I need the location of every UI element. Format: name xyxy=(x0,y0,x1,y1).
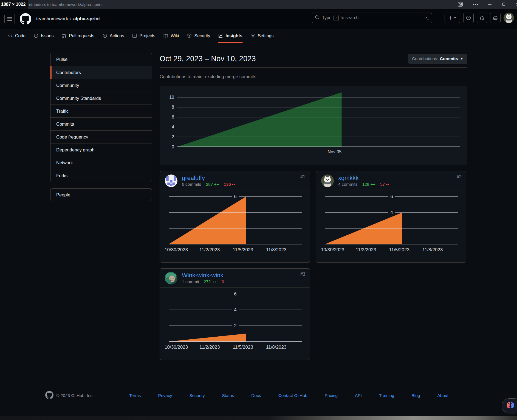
book-icon xyxy=(163,33,168,38)
command-palette-icon[interactable]: >_ xyxy=(425,16,429,20)
tab-code[interactable]: Code xyxy=(4,29,30,43)
avatar-wink-wink-wink[interactable] xyxy=(165,272,177,284)
create-new-button[interactable] xyxy=(445,13,460,23)
footer-link-contact-github[interactable]: Contact GitHub xyxy=(278,393,307,398)
breadcrumb-repo-link[interactable]: alpha-sprint xyxy=(73,16,100,21)
breadcrumb-owner-link[interactable]: teamhomework xyxy=(36,16,68,21)
issue-opened-icon xyxy=(34,33,38,38)
footer-link-security[interactable]: Security xyxy=(189,393,205,398)
svg-text:6: 6 xyxy=(234,291,236,297)
slash-key-hint: / xyxy=(334,15,339,21)
footer-link-training[interactable]: Training xyxy=(379,393,394,398)
shield-icon xyxy=(187,33,192,38)
github-footer-logo[interactable] xyxy=(45,391,53,400)
search-input[interactable]: Type / to search >_ xyxy=(312,13,432,23)
commit-count[interactable]: 6 commits xyxy=(182,182,201,187)
contributions-overview-panel: 1086420Nov 05 xyxy=(160,86,467,165)
search-placeholder: Type / to search xyxy=(322,15,359,21)
tab-insights[interactable]: Insights xyxy=(214,29,246,43)
sidebar-item-community[interactable]: Community xyxy=(50,79,152,92)
footer-link-status[interactable]: Status xyxy=(222,393,234,398)
search-tabs-icon[interactable] xyxy=(458,2,463,7)
tab-settings[interactable]: Settings xyxy=(247,29,278,43)
issues-button[interactable] xyxy=(463,13,474,23)
contributor-cards: grealuffy 6 commits 287 ++ 136 -- #1 610… xyxy=(160,171,467,360)
sidebar-item-community-standards[interactable]: Community Standards xyxy=(50,92,152,105)
contributor-card-wink-wink-wink: Wink-wink-wink 1 commit 272 ++ 0 -- #3 6… xyxy=(160,268,310,360)
svg-text:2: 2 xyxy=(234,323,236,328)
commit-count[interactable]: 4 commits xyxy=(338,182,358,187)
svg-text:11/8/2023: 11/8/2023 xyxy=(266,345,286,350)
github-logo[interactable] xyxy=(20,13,31,25)
tab-projects[interactable]: Projects xyxy=(128,29,159,43)
close-icon[interactable] xyxy=(515,2,517,6)
sidebar-item-pulse[interactable]: Pulse xyxy=(50,53,152,66)
svg-text:10/30/2023: 10/30/2023 xyxy=(165,247,188,252)
assistant-extension-button[interactable] xyxy=(502,398,517,413)
footer-link-docs[interactable]: Docs xyxy=(251,393,261,398)
search-icon xyxy=(315,15,320,21)
contributor-chart-grealuffy: 610/30/202311/2/202311/5/202311/8/2023 xyxy=(160,190,310,262)
contributor-name-link[interactable]: Wink-wink-wink xyxy=(182,272,228,279)
deletions-count[interactable]: 136 -- xyxy=(224,182,235,187)
footer-link-blog[interactable]: Blog xyxy=(411,393,420,398)
screen-size-badge: 1887 × 1022 xyxy=(0,0,28,9)
tab-pull-requests[interactable]: Pull requests xyxy=(58,29,99,43)
contributions-filter-button[interactable]: Contributions: Commits ▼ xyxy=(408,54,467,64)
sidebar-item-people[interactable]: People xyxy=(50,188,152,201)
page-title-date-range: Oct 29, 2023 – Nov 10, 2023 xyxy=(160,55,256,63)
svg-text:11/2/2023: 11/2/2023 xyxy=(356,247,376,252)
sidebar-item-traffic[interactable]: Traffic xyxy=(50,105,152,117)
brain-gradient-icon xyxy=(506,401,515,411)
maximize-icon[interactable] xyxy=(502,2,505,6)
svg-text:11/2/2023: 11/2/2023 xyxy=(199,345,220,350)
graph-icon xyxy=(218,33,223,38)
footer-link-privacy[interactable]: Privacy xyxy=(158,393,172,398)
deletions-count[interactable]: 0 -- xyxy=(222,279,228,284)
tab-security[interactable]: Security xyxy=(183,29,214,43)
avatar-grealuffy[interactable] xyxy=(165,174,177,187)
contributor-name-link[interactable]: xgmkkk xyxy=(338,175,389,181)
footer-link-api[interactable]: API xyxy=(355,393,362,398)
contributor-name-link[interactable]: grealuffy xyxy=(182,175,235,181)
svg-text:6: 6 xyxy=(172,115,174,119)
footer-link-about[interactable]: About xyxy=(437,393,448,398)
sidebar-item-contributors[interactable]: Contributors xyxy=(50,66,152,79)
tab-wiki[interactable]: Wiki xyxy=(159,29,183,43)
deletions-count[interactable]: 57 -- xyxy=(380,182,389,187)
inbox-button[interactable] xyxy=(490,13,501,23)
taskbar-edge xyxy=(0,416,517,420)
sidebar-item-network[interactable]: Network xyxy=(50,156,152,169)
user-avatar[interactable] xyxy=(504,13,514,23)
svg-text:0: 0 xyxy=(172,145,174,149)
additions-count[interactable]: 128 ++ xyxy=(362,182,375,187)
more-menu-icon[interactable] xyxy=(473,4,478,5)
footer-link-terms[interactable]: Terms xyxy=(129,393,141,398)
additions-count[interactable]: 287 ++ xyxy=(206,182,219,187)
avatar-xgmkkk[interactable] xyxy=(321,174,334,187)
footer-divider xyxy=(45,376,472,376)
sidebar-item-dependency-graph[interactable]: Dependency graph xyxy=(50,143,152,156)
contributor-card-grealuffy: grealuffy 6 commits 287 ++ 136 -- #1 610… xyxy=(160,171,310,263)
sidebar-item-forks[interactable]: Forks xyxy=(50,169,152,182)
chart-subtitle: Contributions to main, excluding merge c… xyxy=(160,74,467,79)
play-icon xyxy=(103,33,107,38)
minimize-icon[interactable] xyxy=(488,2,492,6)
insights-sidebar: Pulse Contributors Community Community S… xyxy=(50,53,152,182)
contributions-main-chart: 1086420Nov 05 xyxy=(160,86,467,165)
screen: 1887 × 1022 ntributors to teamhomework/a… xyxy=(0,0,517,420)
window-controls xyxy=(458,2,517,7)
contributor-card-xgmkkk: xgmkkk 4 commits 128 ++ 57 -- #2 6410/30… xyxy=(316,171,466,263)
contributor-rank: #1 xyxy=(300,174,305,179)
commit-count[interactable]: 1 commit xyxy=(182,279,199,284)
hamburger-menu-button[interactable] xyxy=(4,14,15,24)
sidebar-item-commits[interactable]: Commits xyxy=(50,117,152,130)
tab-issues[interactable]: Issues xyxy=(30,29,58,43)
svg-text:10/30/2023: 10/30/2023 xyxy=(165,345,188,350)
tab-actions[interactable]: Actions xyxy=(98,29,128,43)
sidebar-item-code-frequency[interactable]: Code frequency xyxy=(50,130,152,143)
footer-link-pricing[interactable]: Pricing xyxy=(325,393,338,398)
pull-requests-button[interactable] xyxy=(477,13,487,23)
additions-count[interactable]: 272 ++ xyxy=(204,279,217,284)
svg-text:11/5/2023: 11/5/2023 xyxy=(233,247,253,252)
